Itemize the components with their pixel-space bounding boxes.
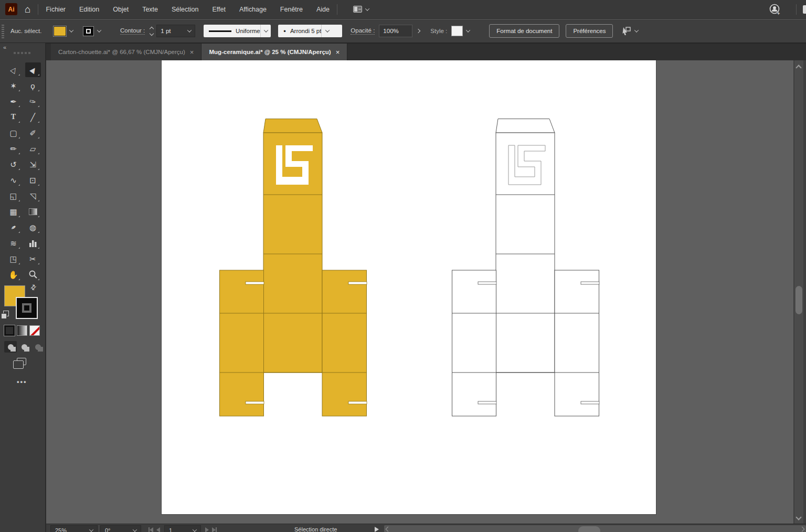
document-setup-button[interactable]: Format de document (489, 24, 559, 38)
preferences-button[interactable]: Préférences (566, 24, 613, 38)
none-button[interactable] (29, 325, 40, 336)
menu-edition[interactable]: Edition (79, 6, 99, 13)
pencil-tool[interactable]: ✏ (6, 141, 22, 156)
first-artboard-button[interactable] (149, 524, 153, 532)
screen-mode-icon[interactable] (17, 358, 26, 365)
stroke-weight-field[interactable]: 1 pt (156, 25, 195, 37)
tab-carton-chouette[interactable]: Carton-chouette.ai* @ 66,67 % (CMJN/Aper… (51, 44, 202, 60)
width-tool[interactable]: ∿ (6, 173, 22, 187)
rotation-field[interactable]: 0° (100, 525, 141, 532)
draw-inside-mode-icon[interactable] (31, 341, 44, 353)
artboard-number-field[interactable]: 1 (164, 525, 201, 532)
magic-wand-tool[interactable]: ✶ (6, 78, 22, 93)
stroke-color-dropdown[interactable] (83, 25, 104, 37)
more-tools-icon[interactable]: ••• (17, 378, 27, 386)
isolate-selection-group[interactable] (621, 26, 638, 36)
rotate-tool[interactable]: ↺ (6, 157, 22, 172)
home-icon[interactable]: ⌂ (25, 4, 30, 15)
type-tool[interactable]: T (6, 110, 22, 124)
menu-objet[interactable]: Objet (113, 6, 129, 13)
pen-tool[interactable]: ✒ (6, 94, 22, 109)
close-icon[interactable]: × (336, 48, 340, 56)
default-fill-stroke-icon[interactable] (3, 311, 9, 316)
opacity-field[interactable]: 100% (379, 25, 412, 37)
scale-tool[interactable]: ⇲ (25, 157, 41, 172)
menu-aide[interactable]: Aide (316, 6, 330, 13)
dropdown-chevron-button[interactable] (260, 25, 271, 37)
opacity-expand-icon[interactable] (416, 29, 420, 33)
color-button[interactable] (4, 325, 15, 336)
workspace-switcher-button[interactable] (353, 6, 369, 13)
lasso-tool[interactable]: ϙ (25, 78, 41, 93)
status-menu-icon[interactable] (375, 527, 379, 532)
dropdown-chevron-button[interactable] (321, 25, 333, 37)
menu-affichage[interactable]: Affichage (239, 6, 267, 13)
menu-fichier[interactable]: Fichier (46, 6, 66, 13)
style-dropdown-button[interactable] (463, 25, 473, 37)
selection-tool[interactable]: ▷ (6, 62, 22, 77)
slice-tool[interactable]: ✂ (25, 251, 41, 266)
curvature-tool[interactable]: ✑ (25, 94, 41, 109)
document-canvas[interactable] (47, 60, 793, 524)
stroke-profile-dropdown[interactable]: Uniforme (204, 25, 271, 37)
stepper-up-icon[interactable] (150, 26, 154, 30)
next-artboard-button[interactable] (205, 527, 209, 532)
horizontal-scroll-thumb[interactable] (578, 526, 600, 532)
tab-mug-ceramique[interactable]: Mug-ceramique.ai* @ 25 % (CMJN/Aperçu) × (202, 44, 347, 60)
gradient-button[interactable] (17, 325, 27, 336)
dieline-filled[interactable] (219, 119, 367, 417)
zoom-level-field[interactable]: 25% (50, 525, 98, 532)
menu-selection[interactable]: Sélection (172, 6, 198, 13)
close-icon[interactable]: × (190, 48, 194, 56)
artboard-tool[interactable]: ◳ (6, 251, 22, 266)
style-dropdown[interactable] (451, 25, 473, 37)
paintbrush-tool[interactable]: ✐ (25, 125, 41, 140)
perspective-grid-tool[interactable]: ◹ (25, 188, 41, 203)
stroke-weight-stepper[interactable] (150, 27, 153, 35)
line-segment-tool[interactable]: ╱ (25, 110, 41, 124)
stroke-swatch[interactable] (16, 297, 38, 319)
eraser-tool[interactable]: ▱ (25, 141, 41, 156)
draw-behind-mode-icon[interactable] (18, 341, 30, 353)
swap-fill-stroke-icon[interactable]: ⇄ (28, 282, 38, 292)
collapse-panel-icon[interactable]: « (3, 44, 6, 50)
direct-selection-tool[interactable]: ▶ (25, 62, 41, 77)
free-transform-tool[interactable]: ⊡ (25, 173, 41, 187)
stroke-weight-label[interactable]: Contour : (120, 27, 145, 35)
artboard[interactable] (161, 60, 656, 515)
zoom-tool[interactable] (25, 267, 41, 282)
previous-artboard-button[interactable] (156, 527, 160, 532)
opacity-label[interactable]: Opacité : (351, 27, 375, 35)
panel-grip-icon[interactable] (2, 24, 4, 38)
rectangle-tool[interactable]: ▢ (6, 125, 22, 140)
horizontal-scrollbar[interactable] (384, 525, 806, 532)
style-swatch[interactable] (451, 26, 463, 36)
stroke-dropdown-button[interactable] (94, 25, 104, 37)
mesh-tool[interactable]: ▦ (6, 204, 22, 219)
scroll-left-icon[interactable] (386, 527, 391, 532)
dieline-outline[interactable] (452, 119, 600, 417)
last-artboard-button[interactable] (212, 524, 217, 532)
account-user-icon[interactable]: + (769, 3, 781, 16)
menu-fenetre[interactable]: Fenêtre (280, 6, 303, 13)
column-graph-tool[interactable] (25, 236, 41, 250)
blend-tool[interactable]: ◍ (25, 220, 41, 235)
brush-dropdown[interactable]: • Arrondi 5 pt (278, 25, 342, 37)
vertical-scrollbar[interactable] (793, 60, 806, 524)
isolate-selection-icon[interactable] (621, 26, 632, 36)
hand-tool[interactable]: ✋ (6, 267, 22, 282)
scroll-right-icon[interactable] (800, 527, 805, 532)
fill-dropdown-button[interactable] (66, 25, 77, 37)
stroke-color-swatch[interactable] (83, 26, 94, 36)
menu-texte[interactable]: Texte (142, 6, 158, 13)
panel-drag-grip[interactable] (14, 52, 31, 54)
menu-effet[interactable]: Effet (212, 6, 225, 13)
draw-normal-mode-icon[interactable] (4, 341, 17, 353)
eyedropper-tool[interactable]: ✒ (6, 220, 22, 235)
gradient-tool[interactable] (25, 204, 41, 219)
shape-builder-tool[interactable]: ◱ (6, 188, 22, 203)
stepper-down-icon[interactable] (150, 31, 154, 35)
vertical-scroll-thumb[interactable] (796, 286, 802, 314)
symbol-sprayer-tool[interactable]: ≋ (6, 236, 22, 250)
fill-color-dropdown[interactable] (54, 25, 77, 37)
